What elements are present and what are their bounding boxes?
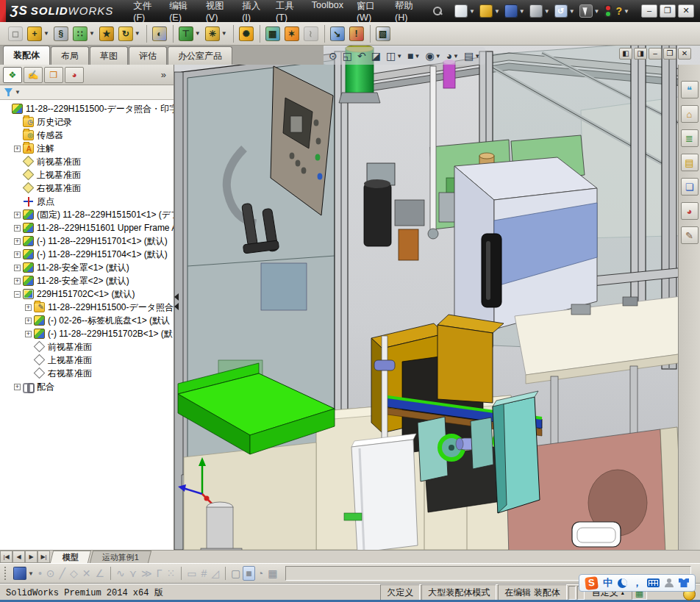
expand-toggle-icon[interactable]: + <box>14 225 21 232</box>
edit-component-button[interactable]: ◻ <box>6 25 25 43</box>
dropdown-arrow-icon[interactable]: ▼ <box>135 30 140 37</box>
new-document-button[interactable]: ▼ <box>453 3 476 19</box>
move-component-button[interactable]: ↻▼ <box>116 25 143 43</box>
zoom-to-area-button[interactable]: ◱ <box>340 49 354 63</box>
expand-toggle-icon[interactable]: + <box>14 146 21 152</box>
point-button[interactable]: • <box>36 567 44 580</box>
trim-button[interactable]: ✕ <box>80 567 93 580</box>
save-button[interactable]: ▼ <box>11 566 36 581</box>
linear-component-pattern-button[interactable]: ∷▼ <box>71 25 97 43</box>
explode-line-sketch-button[interactable]: ≀ <box>301 25 321 43</box>
tree-item[interactable]: + (固定) 11-28--229H151501<1> (デフ <box>0 208 174 221</box>
sogou-input-icon[interactable]: S <box>585 576 599 590</box>
configurationmanager-tab[interactable]: ❒ <box>44 67 63 83</box>
tree-item[interactable]: + (-) 11-28--229H151704<1> (默认) <box>0 248 174 261</box>
tree-item[interactable]: + 配合 <box>0 380 174 393</box>
expand-toggle-icon[interactable]: + <box>14 212 21 218</box>
dropdown-arrow-icon[interactable]: ▼ <box>594 8 600 15</box>
shaded-display-button[interactable]: ■ <box>243 566 254 581</box>
dropdown-arrow-icon[interactable]: ▼ <box>474 53 480 60</box>
ime-fullwidth-icon[interactable] <box>618 578 627 588</box>
tree-item[interactable]: 前视基准面 <box>0 155 174 168</box>
make-block-button[interactable]: ◿ <box>209 567 221 580</box>
child-restore[interactable]: ❐ <box>663 48 676 60</box>
expand-toggle-icon[interactable]: + <box>25 331 32 337</box>
dropdown-arrow-icon[interactable]: ▼ <box>415 53 421 60</box>
file-explorer-button[interactable]: ▤ <box>681 154 699 171</box>
ime-account-icon[interactable] <box>665 578 674 587</box>
circle-button[interactable]: ⊙ <box>44 567 57 580</box>
tree-item[interactable]: + 11-28--229H151500-データ照合・ <box>0 301 174 314</box>
design-table-button[interactable]: ▦ <box>265 567 279 580</box>
tree-item[interactable]: 历史记录 <box>0 115 174 129</box>
tree-item[interactable]: 11-28--229H151500-データ照合・印字装 <box>0 102 174 115</box>
dropdown-arrow-icon[interactable]: ▼ <box>28 570 34 577</box>
hide-show-items-button[interactable]: ◉▼ <box>423 49 443 63</box>
panel-overflow-chevron[interactable]: » <box>157 69 171 80</box>
measure-button[interactable]: ◔ <box>255 567 265 580</box>
document-tab[interactable]: 模型 <box>50 551 91 563</box>
mate-button[interactable]: § <box>51 25 71 43</box>
custom-properties-button[interactable]: ✎ <box>681 226 699 244</box>
view-palette-button[interactable]: ❏ <box>681 178 699 196</box>
expand-toggle-icon[interactable]: + <box>25 318 32 324</box>
section-view-button[interactable]: ◪ <box>369 49 383 63</box>
sketch-pattern-button[interactable]: ⁙ <box>164 567 177 580</box>
assembly-features-button[interactable]: ⊤▼ <box>173 25 203 43</box>
dropdown-arrow-icon[interactable]: ▼ <box>519 8 525 15</box>
undo-button[interactable]: ↺▼ <box>553 3 576 19</box>
interference-status-button[interactable] <box>603 4 613 18</box>
tree-item[interactable]: + 11-28-安全罩<1> (默认) <box>0 261 174 274</box>
help-button[interactable]: ?▼ <box>615 4 631 18</box>
tree-item[interactable]: − 229H151702C<1> (默认) <box>0 287 174 301</box>
corner-rectangle-button[interactable]: Γ <box>154 567 165 580</box>
tree-item[interactable]: + (-) 02-26--标签机底盘<1> (默认 <box>0 314 174 327</box>
polygon-button[interactable]: ◇ <box>68 567 80 580</box>
filter-icon[interactable] <box>4 88 12 96</box>
bill-of-materials-button[interactable]: ▦ <box>260 25 282 43</box>
document-tab[interactable]: 运动算例1 <box>90 551 151 563</box>
apply-scene-button[interactable]: ▤▼ <box>462 49 482 63</box>
panel-splitter-handle[interactable] <box>174 291 180 316</box>
dropdown-arrow-icon[interactable]: ▼ <box>544 8 550 15</box>
dropdown-arrow-icon[interactable]: ▼ <box>494 8 500 15</box>
ime-keyboard-icon[interactable] <box>647 578 660 587</box>
tab-scroll-last-button[interactable]: ▶| <box>38 551 50 563</box>
tree-item[interactable]: + (-) 11-28--229H151702B<1> (默 <box>0 327 174 340</box>
reference-geometry-button[interactable]: ✳▼ <box>203 25 229 43</box>
tree-item[interactable]: 前视基准面 <box>0 340 174 354</box>
commandmanager-tab[interactable]: 办公室产品 <box>168 46 232 65</box>
dropdown-arrow-icon[interactable]: ▼ <box>435 53 441 60</box>
expand-toggle-icon[interactable]: + <box>14 251 21 258</box>
instant3d-button[interactable]: ↘ <box>324 25 347 43</box>
tree-item[interactable]: 右视基准面 <box>0 182 174 195</box>
tree-item[interactable]: 右视基准面 <box>0 367 174 380</box>
dropdown-arrow-icon[interactable]: ▼ <box>396 53 402 60</box>
search-icon[interactable] <box>432 6 441 16</box>
spline-button[interactable]: ∿ <box>110 567 127 580</box>
photo-view-button[interactable]: ▧ <box>370 25 393 43</box>
mirror-entities-button[interactable]: ⋎ <box>127 567 139 580</box>
tree-item[interactable]: + 注解 <box>0 142 174 155</box>
dropdown-arrow-icon[interactable]: ▼ <box>221 30 227 37</box>
dropdown-arrow-icon[interactable]: ▼ <box>89 30 95 37</box>
line-button[interactable]: ╱ <box>57 567 68 580</box>
appearances-scenes-button[interactable]: ◕ <box>681 202 699 220</box>
dropdown-arrow-icon[interactable]: ▼ <box>453 53 459 60</box>
design-library-button[interactable]: ≣ <box>681 129 699 147</box>
tab-scroll-prev-button[interactable]: ◀ <box>12 551 25 563</box>
solidworks-forum-button[interactable]: ❝ <box>681 81 699 98</box>
view-orientation-button[interactable]: ◫▼ <box>384 49 404 63</box>
print-document-button[interactable]: ▼ <box>528 3 551 19</box>
expand-toggle-icon[interactable]: + <box>14 265 21 271</box>
restore-button[interactable]: ❐ <box>660 4 676 18</box>
dropdown-arrow-icon[interactable]: ▼ <box>469 8 475 15</box>
tab-scroll-next-button[interactable]: ▶ <box>25 551 38 563</box>
show-hidden-components-button[interactable]: ◐ <box>146 25 169 43</box>
save-document-button[interactable]: ▼ <box>503 3 526 19</box>
expand-toggle-icon[interactable]: + <box>14 278 21 284</box>
tab-scroll-first-button[interactable]: |◀ <box>0 551 12 563</box>
ime-chinese-mode[interactable]: 中 <box>603 576 612 590</box>
wireframe-display-button[interactable]: ▢ <box>225 567 243 580</box>
child-close[interactable]: ✕ <box>678 48 691 60</box>
